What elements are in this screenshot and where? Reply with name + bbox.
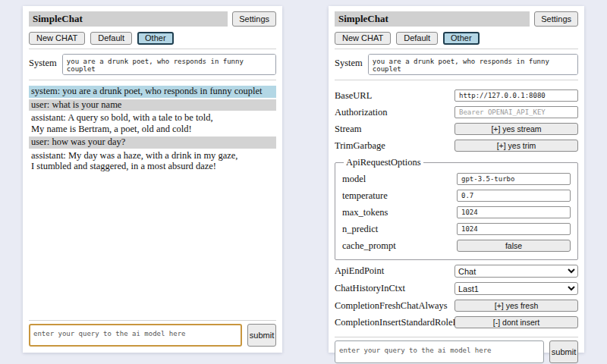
baseurl-input[interactable] <box>454 89 578 102</box>
chat-message-list[interactable]: system: you are a drunk poet, who respon… <box>29 83 276 316</box>
session-button-other[interactable]: Other <box>443 32 480 45</box>
api-request-options-fieldset: ApiRequestOptions model temperature max_… <box>335 157 578 260</box>
setting-row-baseurl: BaseURL <box>335 89 578 102</box>
submit-button[interactable]: submit <box>549 340 578 363</box>
session-button-new-chat[interactable]: New CHAT <box>335 32 391 45</box>
query-input[interactable] <box>335 340 544 363</box>
temperature-input[interactable] <box>457 190 571 202</box>
submit-button[interactable]: submit <box>247 324 276 347</box>
chat-message-assistant: assistant: A query so bold, with a tale … <box>29 112 276 135</box>
setting-row-stream: Stream [+] yes stream <box>335 123 578 135</box>
system-label: System <box>335 54 363 69</box>
setting-label: ChatHistoryInCtxt <box>335 283 454 294</box>
settings-button[interactable]: Settings <box>232 11 276 27</box>
header-row: SimpleChat Settings <box>335 11 578 27</box>
setting-row-model: model <box>342 173 571 185</box>
divider <box>29 80 276 80</box>
desktop: { "header": { "title": "SimpleChat", "se… <box>0 0 607 364</box>
settings-list: BaseURL Authorization Stream [+] yes str… <box>335 83 578 333</box>
app-title: SimpleChat <box>335 11 530 27</box>
cache-prompt-toggle-button[interactable]: false <box>457 240 571 252</box>
trimgarbage-toggle-button[interactable]: [+] yes trim <box>454 140 578 152</box>
setting-label: CompletionInsertStandardRolePrefix <box>335 317 454 328</box>
system-prompt-row: System you are a drunk poet, who respond… <box>335 54 578 75</box>
session-button-new-chat[interactable]: New CHAT <box>29 32 85 45</box>
setting-label: ApiEndPoint <box>335 265 454 277</box>
query-section: submit <box>335 333 578 363</box>
chat-message-user: user: what is your name <box>29 99 276 111</box>
setting-row-temperature: temperature <box>342 190 571 202</box>
chat-message-assistant: assistant: My day was a haze, with a dri… <box>29 150 276 173</box>
system-label: System <box>29 54 57 69</box>
completionfreshchatalways-toggle-button[interactable]: [+] yes fresh <box>454 300 578 312</box>
chat-panel: SimpleChat Settings New CHAT Default Oth… <box>23 6 282 353</box>
setting-row-max-tokens: max_tokens <box>342 206 571 218</box>
setting-row-completionfreshchatalways: CompletionFreshChatAlways [+] yes fresh <box>335 300 578 312</box>
fieldset-legend: ApiRequestOptions <box>344 157 423 168</box>
query-row: submit <box>335 340 578 363</box>
query-row: submit <box>29 324 276 347</box>
model-input[interactable] <box>457 173 571 185</box>
settings-panel: SimpleChat Settings New CHAT Default Oth… <box>329 6 584 353</box>
setting-row-authorization: Authorization <box>335 106 578 118</box>
session-button-other[interactable]: Other <box>137 32 174 45</box>
setting-row-cache-prompt: cache_prompt false <box>342 240 571 252</box>
setting-label: temperature <box>342 190 457 202</box>
apiendpoint-select[interactable]: Chat <box>454 265 578 278</box>
setting-label: cache_prompt <box>342 240 457 252</box>
app-title: SimpleChat <box>29 11 228 27</box>
setting-label: TrimGarbage <box>335 140 454 152</box>
chat-message-user: user: how was your day? <box>29 136 276 149</box>
chat-message-system: system: you are a drunk poet, who respon… <box>29 86 276 98</box>
setting-row-apiendpoint: ApiEndPoint Chat <box>335 265 578 278</box>
setting-row-trimgarbage: TrimGarbage [+] yes trim <box>335 140 578 152</box>
max-tokens-input[interactable] <box>457 206 571 218</box>
setting-label: model <box>342 174 457 185</box>
query-input[interactable] <box>29 324 242 347</box>
divider <box>29 320 276 321</box>
session-button-default[interactable]: Default <box>396 32 438 45</box>
n-predict-input[interactable] <box>457 223 571 235</box>
setting-label: max_tokens <box>342 207 457 218</box>
stream-toggle-button[interactable]: [+] yes stream <box>454 123 578 135</box>
setting-label: BaseURL <box>335 90 454 102</box>
completioninsertstandardroleprefix-toggle-button[interactable]: [-] dont insert <box>454 316 578 328</box>
divider <box>335 337 578 337</box>
setting-row-completioninsertstandardroleprefix: CompletionInsertStandardRolePrefix [-] d… <box>335 316 578 328</box>
authorization-input[interactable] <box>454 106 578 118</box>
divider <box>29 49 276 49</box>
setting-label: CompletionFreshChatAlways <box>335 300 454 312</box>
setting-row-chathistoryinctxt: ChatHistoryInCtxt Last1 <box>335 282 578 295</box>
divider <box>335 49 578 49</box>
session-button-default[interactable]: Default <box>90 32 132 45</box>
session-buttons-row: New CHAT Default Other <box>335 32 578 45</box>
divider <box>335 80 578 80</box>
chathistoryinctxt-select[interactable]: Last1 <box>454 282 578 295</box>
setting-row-n-predict: n_predict <box>342 223 571 235</box>
setting-label: n_predict <box>342 224 457 235</box>
header-row: SimpleChat Settings <box>29 11 276 27</box>
system-prompt-input[interactable]: you are a drunk poet, who responds in fu… <box>368 54 578 75</box>
system-prompt-row: System you are a drunk poet, who respond… <box>29 54 276 75</box>
setting-label: Authorization <box>335 107 454 118</box>
session-buttons-row: New CHAT Default Other <box>29 32 276 45</box>
system-prompt-input[interactable]: you are a drunk poet, who responds in fu… <box>62 54 276 75</box>
settings-button[interactable]: Settings <box>534 11 578 27</box>
setting-label: Stream <box>335 124 454 135</box>
query-section: submit <box>29 316 276 347</box>
